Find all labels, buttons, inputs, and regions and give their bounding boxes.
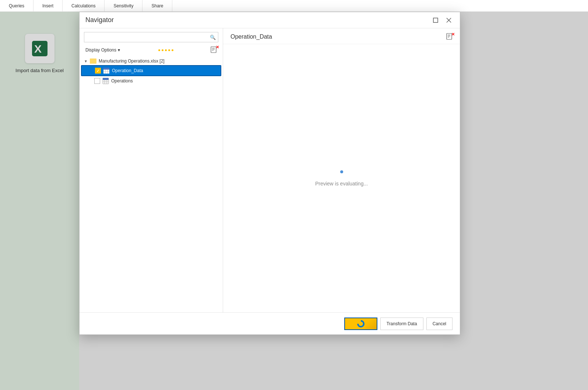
load-button[interactable] bbox=[344, 318, 377, 330]
right-pane: Operation_Data ✕ Preview is evaluating..… bbox=[223, 28, 460, 312]
maximize-button[interactable] bbox=[430, 15, 441, 25]
loading-dots bbox=[158, 49, 173, 51]
preview-loading-dot bbox=[340, 170, 343, 173]
load-spinner-icon bbox=[357, 320, 365, 327]
refresh-with-error-icon[interactable]: ✕ bbox=[210, 46, 218, 54]
top-tab-bar: Queries Insert Calculations Sensitivity … bbox=[0, 0, 588, 12]
svg-rect-3 bbox=[433, 18, 438, 22]
tree-item-operations[interactable]: Operations bbox=[81, 76, 221, 86]
close-button[interactable] bbox=[444, 15, 454, 25]
tree-arrow-icon: ▼ bbox=[84, 59, 88, 63]
tab-insert[interactable]: Insert bbox=[34, 0, 63, 11]
dot-5 bbox=[172, 49, 173, 51]
left-pane: 🔍 Display Options ▾ bbox=[80, 28, 223, 312]
dot-1 bbox=[158, 49, 160, 51]
svg-rect-15 bbox=[103, 68, 109, 70]
search-box: 🔍 bbox=[84, 32, 218, 42]
preview-status-text: Preview is evaluating... bbox=[315, 181, 368, 187]
display-options-label: Display Options bbox=[85, 47, 116, 53]
dot-4 bbox=[168, 49, 170, 51]
dialog-titlebar: Navigator bbox=[80, 12, 460, 28]
svg-rect-22 bbox=[447, 33, 452, 39]
preview-title: Operation_Data bbox=[230, 33, 272, 40]
preview-refresh-icon[interactable]: ✕ bbox=[446, 33, 454, 41]
transform-data-button[interactable]: Transform Data bbox=[380, 318, 423, 330]
tree-parent-label: Manufacturing Operations.xlsx [2] bbox=[99, 58, 165, 64]
dialog-controls bbox=[430, 15, 454, 25]
svg-rect-6 bbox=[211, 47, 216, 53]
preview-area: Preview is evaluating... bbox=[223, 44, 460, 312]
navigator-dialog: Navigator 🔍 Display Options bbox=[79, 12, 460, 335]
table-icon-operations bbox=[102, 78, 109, 84]
tree-item-label-operation-data: Operation_Data bbox=[112, 68, 143, 73]
dialog-footer: Transform Data Cancel bbox=[80, 312, 460, 334]
load-spinner-inner bbox=[359, 322, 363, 326]
tab-calculations[interactable]: Calculations bbox=[63, 0, 105, 11]
folder-icon bbox=[90, 58, 96, 64]
search-icon: 🔍 bbox=[210, 35, 216, 40]
dot-2 bbox=[162, 49, 163, 51]
options-bar: Display Options ▾ bbox=[80, 45, 223, 57]
checkmark-icon: ✓ bbox=[96, 69, 99, 73]
tab-share[interactable]: Share bbox=[142, 0, 172, 11]
table-icon-operation-data bbox=[103, 67, 110, 74]
cancel-button[interactable]: Cancel bbox=[426, 318, 453, 330]
tree-list: ▼ Manufacturing Operations.xlsx [2] ✓ bbox=[80, 57, 223, 312]
dot-3 bbox=[165, 49, 167, 51]
search-input[interactable] bbox=[87, 35, 210, 40]
checkbox-operation-data[interactable]: ✓ bbox=[95, 68, 101, 74]
tree-parent-node[interactable]: ▼ Manufacturing Operations.xlsx [2] bbox=[81, 57, 221, 65]
dialog-body: 🔍 Display Options ▾ bbox=[80, 28, 460, 312]
svg-rect-21 bbox=[103, 78, 109, 80]
display-options-button[interactable]: Display Options ▾ bbox=[84, 47, 122, 53]
tab-queries[interactable]: Queries bbox=[0, 0, 34, 11]
dialog-title: Navigator bbox=[85, 16, 114, 24]
checkbox-operations[interactable] bbox=[94, 78, 100, 84]
right-pane-header: Operation_Data ✕ bbox=[223, 28, 460, 44]
tab-sensitivity[interactable]: Sensitivity bbox=[105, 0, 142, 11]
search-area: 🔍 bbox=[80, 28, 223, 45]
tree-item-operation-data[interactable]: ✓ Operation_Data bbox=[81, 65, 221, 76]
tree-item-label-operations: Operations bbox=[111, 78, 133, 84]
chevron-down-icon: ▾ bbox=[118, 47, 120, 53]
